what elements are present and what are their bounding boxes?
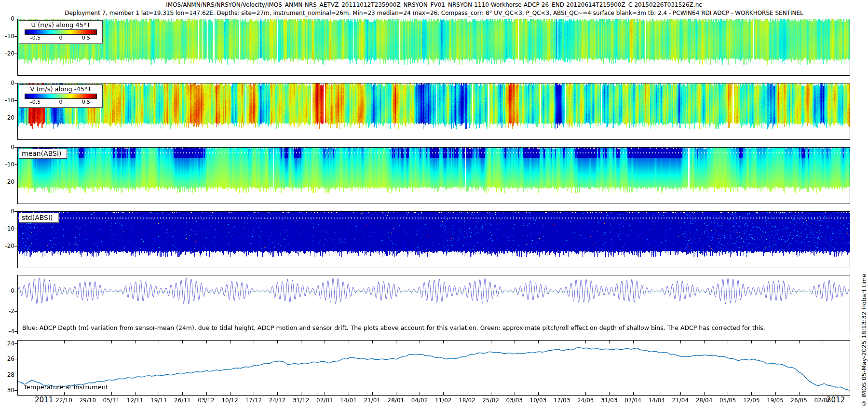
std-absi-ytick-mark	[14, 229, 17, 229]
x-axis-date-label: 26/11	[172, 397, 193, 404]
temp-xtick-bottom	[420, 392, 420, 395]
u-colorbar-legend: U (m/s) along 45°T -0.5 0 0.5	[19, 20, 103, 43]
temp-xtick-bottom	[823, 392, 823, 395]
x-axis-date-label: 05/11	[101, 397, 122, 404]
u-ytick-label: -10	[2, 33, 14, 40]
x-axis-date-label: 31/12	[290, 397, 312, 404]
temp-xtick-bottom	[562, 392, 562, 395]
figure-title: IMOS/ANMN/NRS/NRSYON/Velocity/IMOS_ANMN-…	[0, 1, 868, 8]
copyright-vertical-text: © IMOS 05-May-2025 18:13:32 Hobart time	[860, 273, 868, 407]
figure-subtitle: Deployment 7, member 1 lat=19.31S lon=14…	[0, 10, 868, 16]
u-ytick-mark	[14, 36, 17, 37]
temp-xtick-bottom	[728, 392, 728, 395]
panel-v-velocity: V (m/s) along -45°T -0.5 0 0.5	[17, 83, 850, 140]
std-absi-ytick-label: -20	[2, 243, 14, 249]
temp-xtick-bottom	[657, 392, 657, 395]
temp-xtick-top	[562, 341, 562, 343]
temp-xtick-top	[64, 341, 65, 343]
temp-xtick-top	[467, 341, 467, 343]
u-ytick-label: 0	[2, 15, 14, 22]
temp-xtick-bottom	[64, 392, 65, 395]
std-absi-label: std(ABSI)	[19, 213, 58, 223]
temp-xtick-bottom	[515, 392, 515, 395]
depth-ytick-mark	[14, 331, 17, 332]
std-absi-ytick-mark	[14, 246, 17, 246]
temp-xtick-top	[111, 341, 112, 343]
mean-absi-ytick-mark	[14, 147, 17, 148]
depth-ytick-label: 0	[2, 287, 14, 294]
temp-xtick-top	[751, 341, 752, 343]
x-axis-date-label: 28/01	[385, 397, 407, 404]
temp-xtick-top	[88, 341, 88, 343]
x-axis-date-label: 22/10	[54, 397, 75, 404]
temp-xtick-bottom	[277, 392, 278, 395]
x-axis-date-label: 24/12	[267, 397, 288, 404]
x-axis-date-label: 12/11	[124, 397, 146, 404]
temp-ytick-label: 26	[2, 355, 14, 362]
temp-xtick-bottom	[88, 392, 88, 395]
v-colorbar-gradient	[25, 94, 97, 99]
v-legend-title: V (m/s) along -45°T	[19, 85, 102, 93]
x-axis-date-label: 05/05	[717, 397, 738, 404]
temp-xtick-bottom	[491, 392, 491, 395]
x-axis-date-label: 03/12	[196, 397, 217, 404]
x-axis-date-label: 12/05	[741, 397, 762, 404]
mean-absi-label: mean(ABSI)	[19, 149, 67, 159]
mean-absi-surface-dotted-line	[18, 152, 849, 153]
u-cbar-tick-pos: 0.5	[82, 35, 91, 41]
temp-xtick-top	[349, 341, 349, 343]
u-colorbar-ticks: -0.5 0 0.5	[25, 35, 97, 41]
depth-ytick-label: -2	[2, 308, 14, 314]
temp-xtick-top	[159, 341, 159, 343]
u-velocity-heatmap	[18, 19, 850, 75]
temp-xtick-bottom	[230, 392, 231, 395]
std-absi-ytick-label: 0	[2, 208, 14, 215]
x-axis-date-label: 25/02	[480, 397, 502, 404]
mean-absi-heatmap	[18, 148, 850, 204]
temperature-label: Temperature at instrument	[24, 383, 108, 391]
temp-xtick-bottom	[254, 392, 254, 395]
x-axis-date-label: 31/03	[598, 397, 620, 404]
temp-xtick-top	[182, 341, 183, 343]
x-axis-date-label: 21/01	[362, 397, 383, 404]
temp-ytick-mark	[14, 375, 17, 375]
temperature-plot	[18, 341, 850, 395]
x-axis-date-label: 28/04	[693, 397, 715, 404]
temp-ytick-mark	[14, 390, 17, 391]
temp-xtick-bottom	[372, 392, 373, 395]
x-axis-date-label: 18/02	[456, 397, 477, 404]
temp-xtick-bottom	[538, 392, 539, 395]
adcp-deployment-figure: IMOS/ANMN/NRS/NRSYON/Velocity/IMOS_ANMN-…	[0, 0, 868, 410]
temp-xtick-bottom	[704, 392, 705, 395]
temp-xtick-bottom	[301, 392, 301, 395]
panel-mean-absi: mean(ABSI)	[17, 147, 850, 204]
temp-xtick-bottom	[609, 392, 610, 395]
v-colorbar-legend: V (m/s) along -45°T -0.5 0 0.5	[19, 84, 103, 108]
temp-xtick-bottom	[443, 392, 444, 395]
x-axis-date-label: 07/04	[623, 397, 644, 404]
mean-absi-ytick-label: -10	[2, 161, 14, 168]
temp-xtick-bottom	[206, 392, 207, 395]
temp-xtick-bottom	[680, 392, 681, 395]
v-cbar-tick-neg: -0.5	[30, 99, 41, 105]
std-absi-heatmap	[18, 212, 850, 268]
v-ytick-mark	[14, 100, 17, 101]
v-cbar-tick-zero: 0	[59, 99, 63, 105]
temp-xtick-bottom	[775, 392, 776, 395]
temp-xtick-top	[680, 341, 681, 343]
temp-xtick-top	[609, 341, 610, 343]
temp-xtick-bottom	[585, 392, 586, 395]
x-axis-date-label: 29/10	[77, 397, 98, 404]
x-axis-date-label: 10/12	[219, 397, 241, 404]
temp-xtick-bottom	[396, 392, 396, 395]
x-axis-year-start: 2011	[35, 396, 53, 404]
x-axis-date-label: 14/01	[338, 397, 359, 404]
std-absi-ytick-mark	[14, 211, 17, 212]
temp-ytick-mark	[14, 359, 17, 359]
temp-xtick-top	[799, 341, 800, 343]
v-ytick-label: 0	[2, 80, 14, 86]
depth-ytick-mark	[14, 291, 17, 291]
temp-xtick-top	[420, 341, 420, 343]
panel-temperature: Temperature at instrument	[17, 340, 850, 396]
temp-xtick-bottom	[633, 392, 634, 395]
